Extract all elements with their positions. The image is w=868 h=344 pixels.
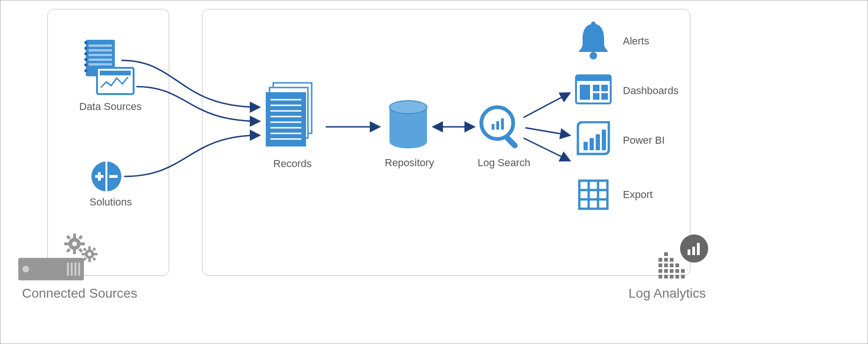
- server-gears-icon: [18, 230, 103, 286]
- svg-rect-47: [584, 142, 588, 150]
- svg-rect-69: [66, 248, 71, 253]
- solutions-node: Solutions: [90, 160, 132, 208]
- svg-rect-66: [80, 242, 85, 245]
- log-search-label: Log Search: [478, 157, 531, 169]
- svg-rect-3: [89, 54, 112, 56]
- svg-rect-99: [681, 269, 685, 273]
- svg-rect-101: [688, 249, 690, 255]
- svg-point-8: [84, 52, 87, 55]
- log-analytics-icon-node: [657, 232, 713, 283]
- svg-rect-75: [82, 253, 85, 256]
- export-icon: [578, 179, 609, 210]
- svg-rect-59: [71, 263, 73, 276]
- svg-rect-76: [94, 253, 97, 256]
- svg-rect-70: [78, 248, 83, 253]
- svg-rect-36: [496, 121, 499, 130]
- svg-rect-90: [675, 269, 679, 273]
- svg-rect-1: [89, 44, 112, 47]
- svg-point-38: [590, 52, 597, 59]
- svg-rect-84: [658, 263, 662, 267]
- log-search-icon: [478, 103, 524, 155]
- export-node: [578, 179, 609, 210]
- svg-rect-68: [78, 235, 83, 240]
- server-gears-node: [18, 230, 103, 286]
- svg-rect-2: [89, 49, 112, 51]
- svg-rect-86: [670, 263, 673, 267]
- svg-rect-87: [658, 269, 662, 273]
- solutions-icon: [90, 160, 123, 193]
- svg-rect-51: [579, 181, 607, 209]
- svg-rect-103: [697, 243, 700, 255]
- svg-point-10: [84, 64, 87, 66]
- dashboards-node: [575, 74, 612, 105]
- svg-rect-94: [675, 275, 679, 278]
- svg-rect-18: [109, 175, 118, 178]
- svg-rect-61: [78, 263, 80, 276]
- repository-icon: [385, 99, 432, 155]
- repository-node: Repository: [385, 99, 434, 169]
- svg-rect-46: [601, 93, 608, 100]
- records-node: Records: [262, 81, 323, 170]
- svg-rect-80: [92, 257, 96, 261]
- svg-rect-96: [664, 252, 668, 256]
- svg-point-7: [84, 47, 87, 50]
- svg-rect-60: [75, 263, 76, 276]
- svg-rect-92: [664, 275, 668, 278]
- export-label: Export: [623, 189, 653, 201]
- bell-icon: [575, 21, 612, 62]
- records-icon: [262, 81, 323, 156]
- log-analytics-label: Log Analytics: [629, 286, 706, 301]
- svg-point-11: [84, 69, 87, 72]
- power-bi-node: [575, 121, 612, 157]
- svg-rect-42: [580, 85, 590, 100]
- svg-rect-17: [98, 172, 101, 181]
- data-sources-node: Data Sources: [79, 37, 142, 113]
- svg-rect-58: [67, 263, 69, 276]
- svg-point-9: [84, 58, 87, 61]
- svg-rect-83: [664, 258, 668, 262]
- svg-rect-74: [89, 258, 91, 262]
- solutions-label: Solutions: [90, 196, 132, 208]
- svg-point-57: [22, 266, 29, 272]
- svg-rect-95: [681, 275, 685, 278]
- svg-rect-93: [670, 275, 673, 278]
- svg-rect-89: [670, 269, 673, 273]
- power-bi-icon: [575, 121, 612, 157]
- svg-rect-102: [692, 247, 695, 255]
- svg-rect-97: [670, 258, 673, 262]
- svg-rect-77: [83, 248, 87, 251]
- svg-rect-50: [602, 130, 606, 150]
- svg-point-81: [88, 252, 91, 256]
- svg-rect-41: [576, 75, 611, 81]
- dashboards-label: Dashboards: [623, 85, 679, 97]
- svg-rect-78: [92, 248, 96, 251]
- power-bi-label: Power BI: [623, 134, 665, 146]
- svg-rect-34: [504, 134, 519, 150]
- repository-label: Repository: [385, 157, 434, 169]
- svg-rect-13: [100, 71, 131, 75]
- log-search-node: Log Search: [478, 103, 531, 169]
- svg-point-71: [72, 242, 77, 246]
- svg-rect-98: [675, 263, 679, 267]
- svg-rect-35: [492, 124, 494, 130]
- svg-rect-5: [89, 63, 112, 66]
- svg-rect-63: [73, 234, 76, 238]
- svg-rect-37: [501, 118, 504, 130]
- svg-rect-45: [593, 93, 599, 100]
- svg-rect-88: [664, 269, 668, 273]
- svg-rect-43: [593, 85, 599, 91]
- svg-rect-48: [590, 138, 594, 150]
- data-sources-icon: [79, 37, 135, 98]
- svg-point-6: [84, 41, 87, 44]
- svg-rect-85: [664, 263, 668, 267]
- svg-rect-73: [89, 246, 91, 250]
- svg-rect-67: [66, 235, 71, 240]
- svg-rect-91: [658, 275, 662, 278]
- svg-point-39: [591, 22, 596, 26]
- svg-rect-49: [596, 134, 600, 150]
- alerts-node: [575, 21, 612, 62]
- svg-rect-44: [601, 85, 608, 91]
- records-label: Records: [262, 158, 323, 170]
- svg-rect-15: [105, 161, 107, 191]
- data-sources-label: Data Sources: [79, 101, 142, 113]
